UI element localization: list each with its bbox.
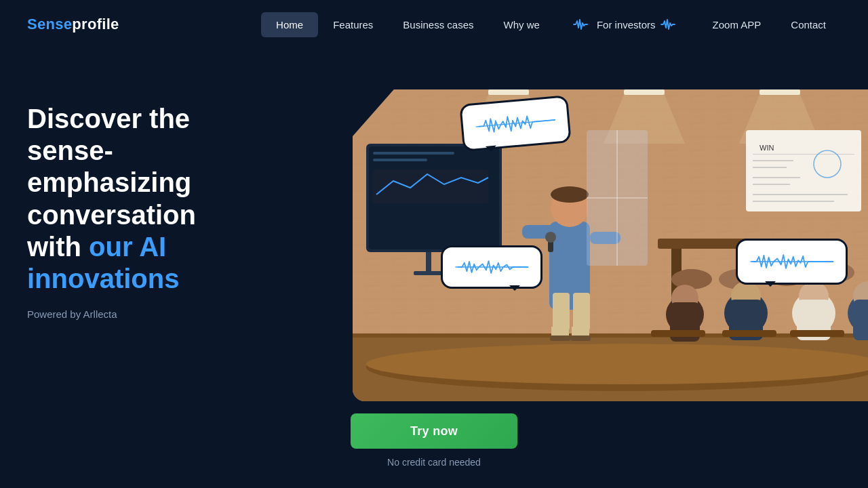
svg-point-15 — [766, 266, 807, 286]
nav-item-investors[interactable]: For investors — [555, 11, 698, 38]
svg-rect-17 — [746, 130, 861, 211]
svg-point-40 — [545, 232, 556, 243]
svg-rect-41 — [553, 293, 570, 330]
nav-links: Home Features Business cases Why we For … — [261, 11, 841, 38]
svg-rect-63 — [790, 330, 844, 337]
navbar: Senseprofile Home Features Business case… — [0, 0, 868, 49]
svg-rect-45 — [572, 327, 589, 337]
svg-text:WIN: WIN — [760, 144, 774, 152]
svg-rect-46 — [570, 336, 591, 341]
svg-rect-10 — [658, 239, 827, 249]
nav-link-home[interactable]: Home — [261, 12, 318, 37]
nav-item-zoom-app[interactable]: Zoom APP — [698, 12, 776, 37]
svg-rect-43 — [551, 327, 569, 337]
logo-profile: profile — [72, 16, 119, 33]
nav-link-investors[interactable]: For investors — [555, 11, 698, 38]
logo-sense: Sense — [27, 16, 72, 33]
nav-link-features[interactable]: Features — [318, 12, 388, 37]
svg-point-36 — [551, 186, 589, 203]
nav-link-zoom-app[interactable]: Zoom APP — [698, 12, 776, 37]
svg-point-16 — [814, 262, 854, 283]
svg-point-13 — [671, 269, 712, 289]
svg-rect-61 — [651, 330, 705, 337]
nav-item-home[interactable]: Home — [261, 12, 318, 37]
hero-section: Discover the sense-emphasizingconversati… — [0, 49, 868, 488]
svg-rect-30 — [373, 159, 427, 161]
nav-item-business-cases[interactable]: Business cases — [388, 12, 488, 37]
office-scene: WIN — [353, 89, 868, 401]
no-credit-text: No credit card needed — [387, 457, 481, 468]
svg-rect-62 — [722, 330, 776, 337]
nav-link-business-cases[interactable]: Business cases — [388, 12, 488, 37]
svg-rect-2 — [488, 89, 529, 95]
svg-rect-4 — [760, 89, 800, 95]
hero-left: Discover the sense-emphasizingconversati… — [27, 49, 326, 320]
svg-rect-57 — [853, 300, 868, 340]
nav-link-contact[interactable]: Contact — [776, 12, 841, 37]
hero-image: WIN — [353, 89, 868, 401]
heading-line1: Discover the — [27, 104, 190, 134]
svg-rect-29 — [373, 152, 454, 155]
nav-item-contact[interactable]: Contact — [776, 12, 841, 37]
hero-subtext: Powered by Arllecta — [27, 308, 326, 320]
hero-heading: Discover the sense-emphasizingconversati… — [27, 103, 326, 295]
svg-rect-42 — [573, 293, 590, 330]
nav-link-why-we[interactable]: Why we — [489, 12, 555, 37]
waveform-left-icon — [572, 18, 593, 31]
nav-item-features[interactable]: Features — [318, 12, 388, 37]
cta-area: Try now No credit card needed — [351, 413, 517, 468]
svg-rect-32 — [426, 252, 431, 272]
office-illustration: WIN — [353, 89, 868, 401]
try-now-button[interactable]: Try now — [351, 413, 517, 449]
logo[interactable]: Senseprofile — [27, 16, 119, 33]
waveform-right-icon — [660, 18, 680, 31]
svg-rect-19 — [753, 154, 854, 155]
svg-point-48 — [366, 344, 868, 384]
nav-item-why-we[interactable]: Why we — [489, 12, 555, 37]
svg-rect-3 — [624, 89, 665, 95]
svg-rect-44 — [550, 336, 570, 341]
svg-rect-31 — [373, 169, 488, 203]
svg-rect-33 — [414, 271, 443, 275]
